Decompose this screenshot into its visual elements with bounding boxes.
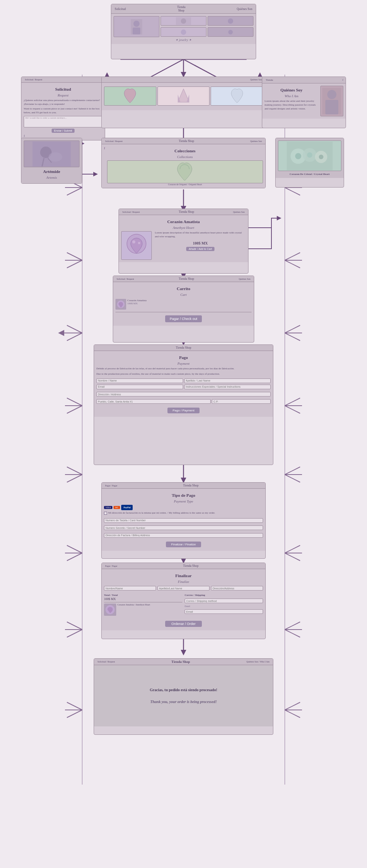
svg-line-41 bbox=[285, 253, 300, 260]
confirm-header: Solicitud / Request Tienda Shop Quiénes … bbox=[94, 659, 273, 665]
cart-title-es: Carrito bbox=[115, 286, 252, 291]
cart-body: Carrito Cart Corazón Amatista 100$ MX Pa… bbox=[113, 282, 254, 326]
payment-city-input[interactable] bbox=[96, 399, 211, 404]
cart-nav-right[interactable]: Quiénes Son bbox=[238, 277, 252, 281]
payment-submit-btn[interactable]: Pago / Payment bbox=[167, 408, 200, 413]
amethyst-nav-left[interactable]: Solicitud / Request bbox=[121, 210, 141, 214]
finalize-price-value: 100$ MX bbox=[104, 597, 182, 601]
origami-nav-left[interactable] bbox=[104, 79, 106, 80]
payment-email-input[interactable] bbox=[96, 385, 183, 389]
finalize-item-name: Corazon Amatista / Amethyst Heart bbox=[117, 604, 182, 606]
cart-divider bbox=[115, 312, 252, 312]
ptype-nav-left[interactable]: Pagar / Pagar bbox=[104, 484, 119, 487]
svg-line-62 bbox=[67, 545, 82, 553]
svg-line-79 bbox=[285, 710, 300, 718]
confirm-nav-right[interactable]: Quiénes Son / Who I Am bbox=[245, 660, 271, 663]
amethyst-header: Solicitud / Request Tienda Shop Quiénes … bbox=[119, 209, 248, 215]
finalize-email-note: Email bbox=[185, 605, 263, 607]
finalize-nav-left[interactable]: Pagar / Pagar bbox=[104, 565, 119, 568]
hero-tagline: ✦ jewelry ✦ bbox=[114, 38, 253, 42]
paypal-icon[interactable]: PayPal bbox=[121, 505, 133, 510]
collections-nav-center: Tienda Shop bbox=[124, 139, 249, 143]
finalize-shipping-method[interactable] bbox=[185, 599, 263, 603]
origami-header: Quiénes Son bbox=[102, 77, 265, 83]
ptype-finalize-btn[interactable]: Finalizar / Finalize bbox=[166, 542, 201, 547]
finalize-address[interactable] bbox=[211, 586, 263, 591]
nav-quienes-hero[interactable]: Quiénes Son bbox=[235, 7, 253, 11]
confirm-nav-left[interactable]: Solicitud / Request bbox=[96, 660, 116, 663]
svg-rect-84 bbox=[133, 28, 140, 34]
svg-line-71 bbox=[285, 622, 300, 630]
who-social-icon: f bbox=[343, 78, 343, 82]
payment-lastname-input[interactable] bbox=[184, 379, 271, 383]
screen-payment-type: Pagar / Pagar Tienda Shop Tipo de Pago P… bbox=[101, 482, 266, 559]
svg-line-44 bbox=[67, 325, 82, 333]
origami-item-3 bbox=[211, 86, 263, 106]
artemis-label-en: Artemis bbox=[24, 176, 80, 179]
cart-nav-left[interactable]: Solicitud / Request bbox=[115, 277, 135, 281]
svg-line-37 bbox=[285, 188, 300, 195]
cart-item-price: 100$ MX bbox=[127, 302, 252, 305]
screen-hero: Solicitud Tienda Shop Quiénes Son bbox=[111, 4, 256, 59]
hero-photo-grid bbox=[114, 16, 253, 37]
visa-icon[interactable]: VISA bbox=[104, 506, 112, 509]
collection-origami[interactable]: Corazon de Origami / Origami Heart bbox=[107, 160, 263, 186]
ptype-billing-address[interactable] bbox=[104, 533, 263, 538]
svg-point-92 bbox=[228, 30, 233, 34]
hero-photo-1 bbox=[114, 16, 159, 37]
svg-line-49 bbox=[285, 333, 300, 341]
request-body: Solicitud Request ¿Quieres solicitar una… bbox=[21, 83, 105, 140]
payment-special-input[interactable] bbox=[184, 385, 271, 389]
payment-name-input[interactable] bbox=[96, 379, 183, 383]
amethyst-add-btn[interactable]: Añadir / Add to Cart bbox=[186, 247, 214, 251]
who-nav-tienda[interactable]: Tienda bbox=[265, 78, 274, 82]
finalize-email[interactable] bbox=[185, 609, 263, 614]
amethyst-nav-right[interactable]: Quiénes Son bbox=[232, 210, 246, 214]
screen-finalize: Pagar / Pagar Tienda Shop Finalizar Fina… bbox=[101, 563, 266, 639]
mc-icon[interactable]: MC bbox=[114, 506, 120, 509]
origami-img-1 bbox=[104, 86, 156, 106]
svg-rect-95 bbox=[325, 100, 338, 114]
collection-origami-img bbox=[107, 160, 263, 183]
payment-address-input[interactable] bbox=[96, 392, 271, 396]
confirm-nav-center: Tienda Shop bbox=[116, 660, 245, 664]
amethyst-body: Corazón Amatista Amethyst Heart Lorem ip… bbox=[119, 215, 248, 262]
artemis-photo bbox=[24, 140, 80, 167]
finalize-name[interactable] bbox=[104, 586, 156, 591]
svg-line-52 bbox=[67, 406, 82, 413]
finalize-order-btn[interactable]: Ordenar / Order bbox=[165, 621, 202, 627]
origami-nav-right[interactable]: Quiénes Son bbox=[249, 78, 263, 81]
payment-zip-input[interactable] bbox=[212, 399, 271, 404]
payment-title-es: Pago bbox=[96, 355, 271, 360]
cart-title-en: Cart bbox=[115, 293, 252, 297]
hero-photo-5 bbox=[208, 27, 253, 37]
request-nav-left[interactable]: Solicitud / Request bbox=[24, 78, 44, 81]
cart-checkout-btn[interactable]: Pagar / Check out bbox=[165, 315, 202, 322]
amethyst-title-es: Corazón Amatista bbox=[121, 219, 246, 224]
collections-nav-left[interactable]: Solicitud / Request bbox=[104, 140, 124, 143]
ptype-card-secret[interactable] bbox=[104, 525, 263, 530]
svg-line-47 bbox=[285, 325, 300, 333]
collections-nav-right[interactable]: Quiénes Son bbox=[249, 140, 263, 143]
screen-who: Tienda f Quiénes Soy Who I Am Lorem ipsu… bbox=[262, 77, 346, 128]
ptype-same-address-label: Mi dirección de facturación es la misma … bbox=[108, 511, 215, 515]
finalize-title-es: Finalizar bbox=[104, 573, 263, 578]
request-submit-btn[interactable]: Enviar / Submit bbox=[52, 129, 74, 133]
hero-photo-4 bbox=[161, 27, 206, 37]
cart-item-detail: Corazón Amatista 100$ MX bbox=[127, 299, 252, 305]
svg-point-109 bbox=[132, 240, 135, 243]
ptype-card-number[interactable] bbox=[104, 518, 263, 523]
hero-body: ✦ jewelry ✦ bbox=[111, 14, 256, 44]
request-input[interactable]: Hd I would like to order a custom neckla… bbox=[24, 116, 102, 127]
finalize-item-img bbox=[104, 604, 116, 616]
amethyst-text: Lorem ipsum description of this beautifu… bbox=[155, 231, 246, 260]
screen-artemis: Artémide Artemis bbox=[21, 138, 82, 184]
finalize-nav-center: Tienda Shop bbox=[119, 564, 263, 568]
payment-email-row bbox=[96, 384, 271, 390]
finalize-lastname[interactable] bbox=[158, 586, 209, 591]
svg-line-61 bbox=[285, 475, 300, 482]
origami-items-row bbox=[104, 86, 263, 106]
same-address-checkbox[interactable] bbox=[104, 512, 107, 515]
nav-solicitud[interactable]: Solicitud bbox=[114, 7, 127, 11]
payment-title-en: Payment bbox=[96, 362, 271, 365]
